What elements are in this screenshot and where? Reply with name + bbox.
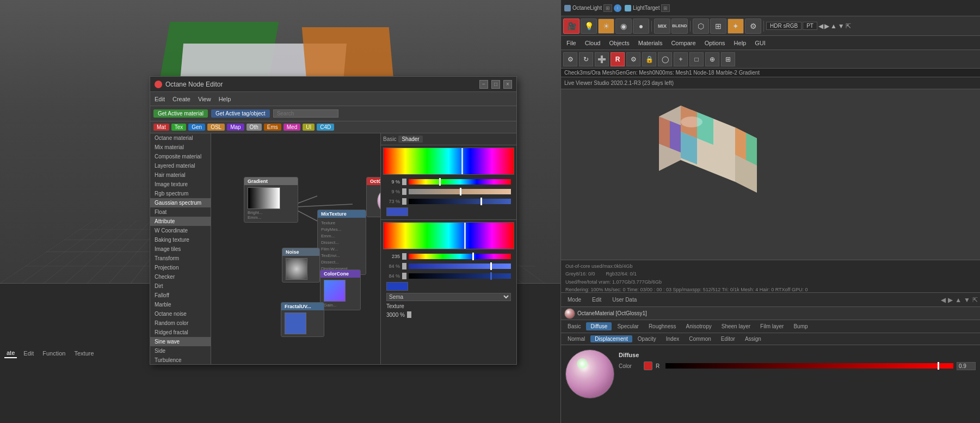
filter-med-button[interactable]: Med — [283, 124, 300, 131]
node-ridged-fractal[interactable]: Ridged fractal — [150, 328, 211, 337]
v2-slider-thumb[interactable] — [402, 273, 406, 279]
menu-gui[interactable]: GUI — [753, 40, 768, 46]
sun-btn[interactable]: ☀ — [598, 19, 614, 34]
bottom-tab-edit[interactable]: Edit — [21, 349, 36, 358]
mat-tab-sheen-layer[interactable]: Sheen layer — [717, 322, 755, 330]
mat-tab2-common[interactable]: Common — [685, 335, 716, 342]
nav-expand-btn[interactable]: ⇱ — [846, 22, 851, 30]
checker-btn[interactable]: ⊞ — [710, 19, 726, 34]
camera-btn[interactable]: 🎥 — [563, 19, 580, 34]
menu-item-help[interactable]: Help — [217, 96, 233, 102]
get-active-tag-button[interactable]: Get Active tag/object — [211, 109, 270, 118]
node-baking-texture[interactable]: Baking texture — [150, 235, 211, 244]
filter-gen-button[interactable]: Gen — [188, 124, 205, 131]
get-active-material-button[interactable]: Get Active material — [153, 109, 208, 118]
mat-tab-diffuse[interactable]: Diffuse — [586, 322, 612, 330]
nav-up-props[interactable]: ▲ — [955, 296, 961, 304]
mat-tab2-assign[interactable]: Assign — [741, 335, 766, 342]
mat-tab2-editor[interactable]: Editor — [717, 335, 739, 342]
hue-spectrum-bar-2[interactable] — [383, 222, 514, 249]
nav-right-props[interactable]: ▶ — [948, 296, 953, 304]
color-mode-select[interactable]: HDR sRGB — [766, 22, 802, 30]
r-slider-handle[interactable] — [938, 362, 939, 370]
mat-tab-basic[interactable]: Basic — [563, 322, 585, 330]
node-image-texture[interactable]: Image texture — [150, 180, 211, 189]
tool-btn-5[interactable]: ⚙ — [626, 52, 640, 66]
scale-thumb[interactable] — [407, 311, 411, 318]
pt-mode-select[interactable]: PT — [803, 22, 817, 30]
sync-btn[interactable]: ↻ — [579, 52, 593, 66]
render-settings-btn[interactable]: ⚙ — [563, 52, 577, 66]
grid-btn[interactable]: ⊞ — [721, 52, 735, 66]
h-slider-handle[interactable] — [439, 178, 441, 186]
mat-tab2-opacity[interactable]: Opacity — [633, 335, 661, 342]
menu-item-create[interactable]: Create — [170, 96, 193, 102]
mat-tab-bump[interactable]: Bump — [789, 322, 812, 330]
menu-cloud[interactable]: Cloud — [583, 40, 603, 46]
node-side[interactable]: Side — [150, 346, 211, 355]
target-icon-btn[interactable]: ⊞ — [661, 4, 670, 12]
h-slider-thumb[interactable] — [402, 179, 406, 185]
filter-ui-button[interactable]: UI — [303, 124, 315, 131]
circle-btn[interactable]: ◯ — [658, 52, 672, 66]
menu-objects[interactable]: Objects — [607, 40, 631, 46]
bottom-tab-texture[interactable]: Texture — [72, 349, 96, 358]
sphere-btn[interactable]: ◉ — [615, 19, 632, 34]
nav-left-btn[interactable]: ◀ — [818, 22, 823, 30]
filter-osl-button[interactable]: OSL — [207, 124, 225, 131]
s2-slider-handle[interactable] — [490, 262, 492, 270]
node-layered-material[interactable]: Layered material — [150, 161, 211, 170]
nav-up-btn[interactable]: ▲ — [830, 22, 837, 30]
node-attribute[interactable]: Attribute — [150, 217, 211, 226]
node-projection[interactable]: Projection — [150, 263, 211, 272]
props-tab-userdata[interactable]: User Data — [608, 296, 641, 304]
mix-texture-node[interactable]: MixTexture Texture PolyMes... Emm... Dis… — [317, 210, 366, 275]
mat-tab2-index[interactable]: Index — [662, 335, 683, 342]
move-tool-btn[interactable] — [595, 52, 609, 66]
menu-item-edit[interactable]: Edit — [152, 96, 167, 102]
h-slider-track[interactable] — [409, 179, 511, 185]
search-input[interactable] — [273, 109, 338, 118]
gear-btn[interactable]: ⚙ — [745, 19, 761, 34]
plus-btn[interactable]: + — [674, 52, 688, 66]
filter-oth-button[interactable]: Oth — [246, 124, 262, 131]
diffuse-r-value[interactable] — [957, 362, 976, 370]
node-octane-material[interactable]: Octane material — [150, 133, 211, 143]
nav-right-btn[interactable]: ▶ — [824, 22, 829, 30]
mat-tab-film-layer[interactable]: Film layer — [756, 322, 788, 330]
basic-tab[interactable]: Basic — [383, 136, 396, 142]
mix-btn[interactable]: MIX — [654, 19, 670, 34]
node-rgb-spectrum[interactable]: Rgb spectrum — [150, 189, 211, 198]
v2-slider-handle[interactable] — [490, 272, 492, 280]
v2-slider-track[interactable] — [409, 273, 511, 279]
menu-compare[interactable]: Compare — [669, 40, 698, 46]
node-random-color[interactable]: Random color — [150, 318, 211, 328]
v-slider-track[interactable] — [409, 199, 511, 204]
nav-down-btn[interactable]: ▼ — [838, 22, 845, 30]
maximize-button[interactable]: □ — [491, 80, 500, 89]
blend-btn[interactable]: BLEND — [671, 19, 688, 34]
node-marble[interactable]: Marble — [150, 300, 211, 309]
diffuse-r-slider[interactable] — [665, 363, 953, 369]
filter-map-button[interactable]: Map — [227, 124, 244, 131]
node-float[interactable]: Float — [150, 207, 211, 217]
sphere2-btn[interactable]: ● — [633, 19, 649, 34]
s-slider-track[interactable] — [409, 189, 511, 194]
noise-node[interactable]: Noise — [282, 248, 320, 283]
menu-item-view[interactable]: View — [196, 96, 213, 102]
sema-dropdown[interactable]: Sema — [386, 293, 511, 301]
node-composite-material[interactable]: Composite material — [150, 152, 211, 161]
close-button[interactable]: × — [503, 80, 512, 89]
light-icon-btn[interactable]: ⊞ — [603, 4, 612, 12]
v-slider-thumb[interactable] — [402, 198, 406, 205]
node-image-tiles[interactable]: Image tiles — [150, 244, 211, 254]
star-btn[interactable]: ✦ — [728, 19, 744, 34]
s-slider-thumb[interactable] — [402, 188, 406, 195]
light-btn[interactable]: 💡 — [581, 19, 597, 34]
mat-tab2-normal[interactable]: Normal — [563, 335, 589, 342]
s2-slider-track[interactable] — [409, 263, 511, 269]
node-gaussian-spectrum[interactable]: Gaussian spectrum — [150, 198, 211, 207]
node-mix-material[interactable]: Mix material — [150, 143, 211, 152]
node-falloff[interactable]: Falloff — [150, 291, 211, 300]
menu-help[interactable]: Help — [732, 40, 749, 46]
